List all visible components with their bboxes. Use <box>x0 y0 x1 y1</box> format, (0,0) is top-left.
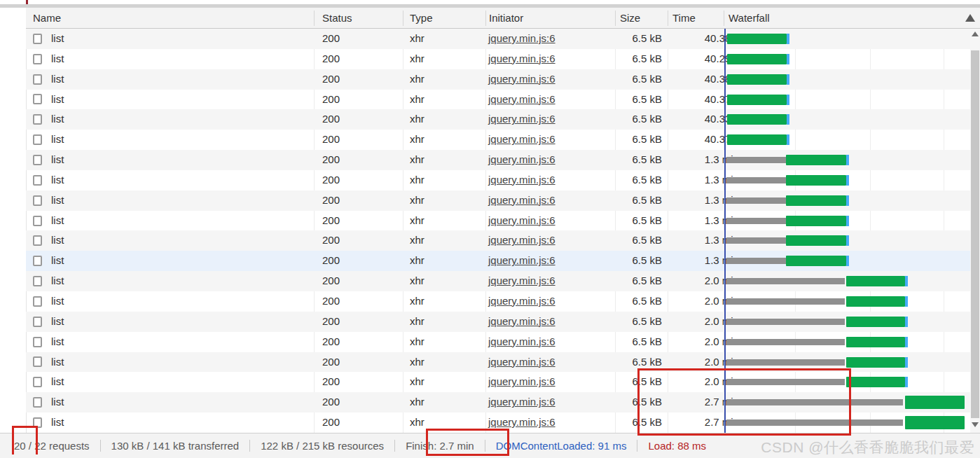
waterfall-bar-green[interactable] <box>846 317 905 327</box>
initiator-link[interactable]: jquery.min.js:6 <box>488 416 555 428</box>
request-name-cell[interactable]: list <box>33 69 64 90</box>
scroll-up-button[interactable] <box>970 29 980 39</box>
waterfall-bar-cap[interactable] <box>787 95 789 105</box>
waterfall-bar-green[interactable] <box>846 337 905 347</box>
row-checkbox[interactable] <box>33 256 42 266</box>
request-name-cell[interactable]: list <box>33 49 64 69</box>
waterfall-bar-gray[interactable] <box>726 157 786 163</box>
waterfall-bar-green[interactable] <box>905 416 965 429</box>
column-header-size[interactable]: Size <box>620 8 640 29</box>
request-name-cell[interactable]: list <box>33 150 64 170</box>
row-checkbox[interactable] <box>33 114 42 125</box>
waterfall-bar-green[interactable] <box>786 155 846 165</box>
row-checkbox[interactable] <box>33 397 42 408</box>
request-row[interactable]: list200xhrjquery.min.js:66.5 kB1.3 min <box>26 150 970 170</box>
request-row[interactable]: list200xhrjquery.min.js:66.5 kB2.0 min <box>26 291 970 312</box>
initiator-link[interactable]: jquery.min.js:6 <box>488 73 555 85</box>
waterfall-bar-cap[interactable] <box>846 155 849 165</box>
initiator-link[interactable]: jquery.min.js:6 <box>488 113 555 125</box>
waterfall-bar-green[interactable] <box>727 54 787 64</box>
initiator-link[interactable]: jquery.min.js:6 <box>488 315 555 327</box>
row-checkbox[interactable] <box>33 195 42 206</box>
waterfall-bar-cap[interactable] <box>846 195 849 206</box>
initiator-link[interactable]: jquery.min.js:6 <box>488 93 555 105</box>
row-checkbox[interactable] <box>33 276 42 286</box>
request-name-cell[interactable]: list <box>33 90 64 110</box>
waterfall-bar-green[interactable] <box>905 396 965 409</box>
row-checkbox[interactable] <box>33 356 42 367</box>
request-name-cell[interactable]: list <box>33 190 64 211</box>
row-checkbox[interactable] <box>33 134 42 145</box>
waterfall-bar-green[interactable] <box>846 357 905 368</box>
initiator-link[interactable]: jquery.min.js:6 <box>488 396 555 408</box>
initiator-link[interactable]: jquery.min.js:6 <box>488 133 555 145</box>
row-checkbox[interactable] <box>33 54 42 64</box>
initiator-link[interactable]: jquery.min.js:6 <box>488 356 555 368</box>
waterfall-bar-green[interactable] <box>786 256 846 266</box>
row-checkbox[interactable] <box>33 216 42 226</box>
initiator-link[interactable]: jquery.min.js:6 <box>488 53 555 64</box>
initiator-link[interactable]: jquery.min.js:6 <box>488 375 555 387</box>
initiator-link[interactable]: jquery.min.js:6 <box>488 153 555 165</box>
request-row[interactable]: list200xhrjquery.min.js:66.5 kB1.3 min <box>26 170 970 190</box>
initiator-link[interactable]: jquery.min.js:6 <box>488 254 555 266</box>
request-name-cell[interactable]: list <box>33 291 64 312</box>
row-checkbox[interactable] <box>33 94 42 104</box>
waterfall-bar-green[interactable] <box>786 235 846 246</box>
request-name-cell[interactable]: list <box>33 392 64 412</box>
waterfall-bar-gray[interactable] <box>726 218 786 224</box>
waterfall-bar-cap[interactable] <box>787 134 789 145</box>
request-row[interactable]: list200xhrjquery.min.js:66.5 kB40.38 s <box>26 69 970 90</box>
initiator-link[interactable]: jquery.min.js:6 <box>488 295 555 307</box>
request-row[interactable]: list200xhrjquery.min.js:66.5 kB1.3 min <box>26 230 970 251</box>
waterfall-bar-gray[interactable] <box>726 278 845 284</box>
row-checkbox[interactable] <box>33 377 42 387</box>
column-header-waterfall[interactable]: Waterfall <box>729 8 770 29</box>
initiator-link[interactable]: jquery.min.js:6 <box>488 32 555 44</box>
request-row[interactable]: list200xhrjquery.min.js:66.5 kB40.38 s <box>26 29 970 49</box>
initiator-link[interactable]: jquery.min.js:6 <box>488 214 555 226</box>
request-row[interactable]: list200xhrjquery.min.js:66.5 kB40.33 s <box>26 109 970 130</box>
waterfall-bar-cap[interactable] <box>787 54 789 64</box>
waterfall-bar-green[interactable] <box>846 377 905 387</box>
request-row[interactable]: list200xhrjquery.min.js:66.5 kB40.37 s <box>26 130 970 150</box>
row-checkbox[interactable] <box>33 296 42 307</box>
waterfall-bar-cap[interactable] <box>787 34 789 44</box>
initiator-link[interactable]: jquery.min.js:6 <box>488 174 555 186</box>
request-name-cell[interactable]: list <box>33 251 64 271</box>
waterfall-bar-gray[interactable] <box>726 359 845 366</box>
waterfall-bar-green[interactable] <box>727 114 787 125</box>
row-checkbox[interactable] <box>33 235 42 246</box>
request-name-cell[interactable]: list <box>33 312 64 332</box>
request-name-cell[interactable]: list <box>33 352 64 373</box>
waterfall-bar-cap[interactable] <box>905 296 908 307</box>
initiator-link[interactable]: jquery.min.js:6 <box>488 335 555 347</box>
column-header-type[interactable]: Type <box>410 8 433 29</box>
vertical-scrollbar[interactable] <box>970 29 980 433</box>
waterfall-bar-green[interactable] <box>846 276 905 286</box>
initiator-link[interactable]: jquery.min.js:6 <box>488 234 555 246</box>
waterfall-bar-green[interactable] <box>727 95 787 105</box>
row-checkbox[interactable] <box>33 175 42 186</box>
request-row[interactable]: list200xhrjquery.min.js:66.5 kB2.0 min <box>26 332 970 352</box>
request-row[interactable]: list200xhrjquery.min.js:66.5 kB40.37 s <box>26 90 970 110</box>
waterfall-bar-green[interactable] <box>786 175 846 186</box>
waterfall-bar-cap[interactable] <box>846 175 849 186</box>
waterfall-bar-gray[interactable] <box>726 319 845 325</box>
request-name-cell[interactable]: list <box>33 230 64 251</box>
request-row[interactable]: list200xhrjquery.min.js:66.5 kB1.3 min <box>26 251 970 271</box>
sort-ascending-icon[interactable] <box>965 14 975 22</box>
request-name-cell[interactable]: list <box>33 211 64 231</box>
initiator-link[interactable]: jquery.min.js:6 <box>488 275 555 286</box>
row-checkbox[interactable] <box>33 74 42 85</box>
initiator-link[interactable]: jquery.min.js:6 <box>488 194 555 206</box>
waterfall-bar-gray[interactable] <box>726 177 786 183</box>
column-header-initiator[interactable]: Initiator <box>489 8 523 29</box>
scrollbar-thumb[interactable] <box>971 50 979 418</box>
request-row[interactable]: list200xhrjquery.min.js:66.5 kB1.3 min <box>26 211 970 231</box>
waterfall-bar-cap[interactable] <box>905 317 908 327</box>
request-name-cell[interactable]: list <box>33 130 64 150</box>
waterfall-bar-gray[interactable] <box>726 258 786 264</box>
waterfall-bar-green[interactable] <box>727 34 787 44</box>
waterfall-bar-gray[interactable] <box>726 298 845 305</box>
